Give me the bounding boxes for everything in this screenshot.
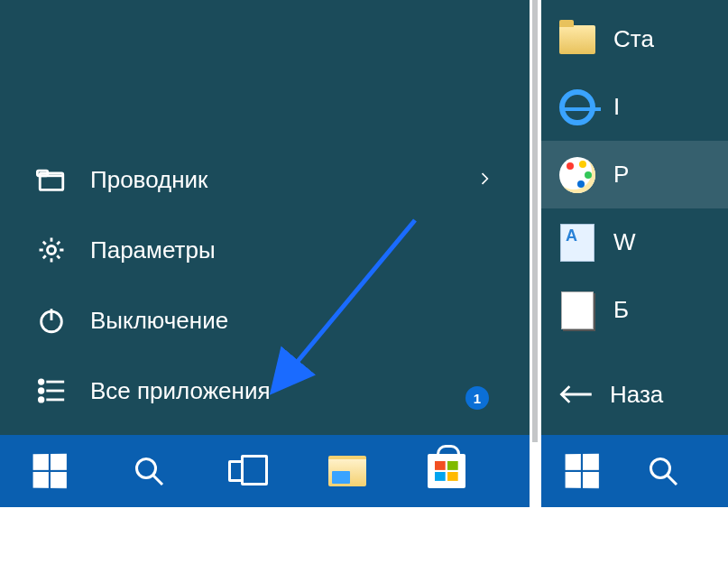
task-view-button[interactable] xyxy=(198,435,298,507)
svg-point-11 xyxy=(137,459,156,478)
taskbar-file-explorer[interactable] xyxy=(298,435,397,507)
search-button[interactable] xyxy=(622,435,704,507)
chevron-right-icon xyxy=(475,166,493,194)
menu-item-power[interactable]: Выключение xyxy=(0,285,530,356)
app-item[interactable]: I xyxy=(541,73,728,141)
paint-icon xyxy=(558,155,597,195)
document-icon xyxy=(558,291,597,330)
task-view-icon xyxy=(228,455,268,487)
svg-point-2 xyxy=(47,245,55,254)
windows-logo-icon xyxy=(566,454,599,489)
taskbar-left xyxy=(0,435,530,507)
menu-item-label: Все приложения xyxy=(90,377,271,405)
taskbar-right xyxy=(541,435,728,507)
back-button[interactable]: Наза xyxy=(541,363,728,426)
folder-icon xyxy=(558,20,597,60)
panel-divider xyxy=(532,0,538,442)
app-item[interactable]: Ста xyxy=(541,5,728,73)
taskbar-store[interactable] xyxy=(397,435,496,507)
app-item-label: Б xyxy=(613,296,629,324)
svg-line-12 xyxy=(153,476,163,485)
svg-line-15 xyxy=(668,476,677,485)
windows-logo-icon xyxy=(33,454,67,489)
menu-item-label: Выключение xyxy=(90,307,228,335)
internet-explorer-icon xyxy=(558,88,597,127)
app-item[interactable]: W xyxy=(541,208,728,276)
app-item[interactable]: Б xyxy=(541,276,728,344)
svg-point-5 xyxy=(39,380,43,384)
search-icon xyxy=(647,455,679,487)
svg-point-7 xyxy=(39,389,43,393)
back-label: Наза xyxy=(610,381,663,409)
app-item-label: Ста xyxy=(613,25,654,53)
search-button[interactable] xyxy=(99,435,198,507)
menu-item-file-explorer[interactable]: Проводник xyxy=(0,144,530,215)
svg-point-9 xyxy=(39,398,43,402)
annotation-badge: 1 xyxy=(465,386,489,410)
all-apps-icon xyxy=(36,375,90,406)
app-item-label: P xyxy=(613,161,629,189)
file-explorer-icon xyxy=(36,164,90,195)
power-icon xyxy=(36,305,90,336)
start-menu-left-panel: Проводник Параметры Выключение xyxy=(0,0,530,435)
menu-item-settings[interactable]: Параметры xyxy=(0,215,530,285)
start-button[interactable] xyxy=(0,435,99,507)
file-explorer-taskbar-icon xyxy=(328,456,366,486)
menu-item-label: Параметры xyxy=(90,236,216,264)
gear-icon xyxy=(36,235,90,265)
menu-item-label: Проводник xyxy=(90,166,207,194)
app-item-selected[interactable]: P xyxy=(541,141,728,208)
search-icon xyxy=(133,455,165,487)
menu-item-all-apps[interactable]: Все приложения xyxy=(0,356,530,426)
wordpad-icon xyxy=(558,223,597,263)
start-menu-right-panel: Ста I P W Б Наза xyxy=(541,0,728,435)
svg-point-14 xyxy=(651,459,670,478)
start-button[interactable] xyxy=(541,435,622,507)
arrow-left-icon xyxy=(558,381,594,408)
app-item-label: W xyxy=(613,228,636,256)
start-menu-item-list: Проводник Параметры Выключение xyxy=(0,144,530,426)
store-icon xyxy=(428,454,465,488)
app-item-label: I xyxy=(613,93,620,121)
